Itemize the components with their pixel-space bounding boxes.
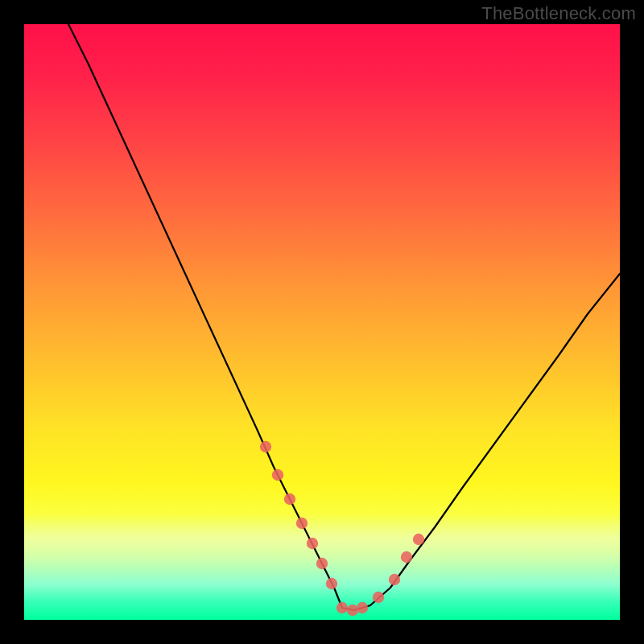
chart-frame: [24, 24, 620, 620]
marker-point: [373, 592, 384, 603]
bottleneck-curve: [68, 24, 620, 610]
marker-point: [357, 602, 368, 613]
marker-point: [413, 534, 424, 545]
marker-point: [401, 551, 412, 563]
curve-layer: [24, 24, 620, 620]
marker-point: [336, 602, 348, 613]
marker-point: [284, 493, 295, 505]
attribution-text: TheBottleneck.com: [481, 3, 636, 24]
marker-point: [389, 574, 400, 585]
marker-point: [260, 441, 271, 452]
marker-point: [316, 558, 328, 569]
marker-point: [296, 518, 308, 529]
marker-point: [272, 469, 283, 481]
marker-point: [307, 538, 318, 549]
marker-point: [326, 578, 337, 589]
marker-point: [347, 605, 358, 616]
curve-markers: [260, 441, 424, 616]
